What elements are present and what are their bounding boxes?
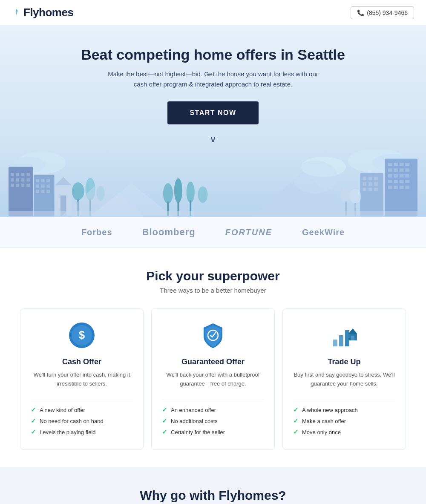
phone-button[interactable]: 📞 (855) 934-9466 (351, 6, 414, 19)
svg-rect-11 (16, 178, 19, 181)
svg-rect-60 (388, 180, 392, 183)
svg-rect-82 (9, 211, 417, 216)
press-bloomberg: Bloomberg (142, 227, 196, 238)
svg-rect-59 (405, 174, 409, 178)
trade-up-title: Trade Up (293, 357, 395, 366)
start-now-button[interactable]: START NOW (167, 101, 258, 124)
svg-rect-70 (368, 177, 372, 181)
press-section: Forbes Bloomberg FORTUNE GeekWire (0, 217, 426, 248)
svg-text:$: $ (79, 328, 85, 341)
check-icon: ✓ (162, 428, 167, 436)
svg-rect-14 (11, 184, 14, 187)
trade-up-feature-1: ✓ A whole new approach (293, 406, 395, 414)
cards-container: $ Cash Offer We'll turn your offer into … (13, 308, 413, 450)
svg-marker-91 (348, 328, 357, 334)
svg-rect-49 (394, 163, 398, 166)
svg-rect-26 (41, 190, 45, 193)
svg-rect-61 (394, 180, 398, 183)
check-icon: ✓ (293, 406, 299, 414)
superpower-title: Pick your superpower (13, 269, 413, 283)
svg-rect-67 (405, 186, 409, 189)
svg-point-38 (163, 183, 173, 204)
cash-offer-icon: $ (67, 321, 96, 350)
cash-offer-feature-3: ✓ Levels the playing field (31, 428, 133, 436)
svg-rect-19 (36, 179, 39, 182)
superpower-section: Pick your superpower Three ways to be a … (0, 248, 426, 467)
city-illustration (9, 149, 417, 217)
navbar: Flyhomes 📞 (855) 934-9466 (0, 0, 426, 25)
svg-rect-71 (374, 177, 378, 181)
svg-rect-7 (16, 173, 19, 176)
svg-rect-17 (26, 184, 30, 187)
city-svg (9, 149, 417, 217)
svg-rect-74 (374, 182, 378, 186)
press-geekwire: GeekWire (302, 228, 345, 237)
svg-rect-62 (400, 180, 404, 183)
trade-up-feature-3: ✓ Move only once (293, 428, 395, 436)
check-icon: ✓ (31, 417, 36, 425)
svg-rect-6 (11, 173, 14, 176)
hero-subtitle: Make the best—not highest—bid. Get the h… (106, 69, 320, 89)
svg-rect-27 (46, 190, 50, 193)
guaranteed-feature-1: ✓ An enhanced offer (162, 406, 264, 414)
svg-point-42 (187, 181, 195, 203)
check-icon: ✓ (293, 417, 299, 425)
svg-rect-22 (36, 184, 39, 188)
guaranteed-offer-desc: We'll back your offer with a bulletproof… (162, 371, 264, 392)
trade-up-desc: Buy first and say goodbye to stress. We'… (293, 371, 395, 392)
phone-number: (855) 934-9466 (367, 9, 408, 16)
phone-icon: 📞 (357, 9, 364, 16)
svg-rect-58 (400, 174, 404, 178)
check-icon: ✓ (31, 406, 36, 414)
svg-rect-8 (21, 173, 25, 176)
check-icon: ✓ (31, 428, 36, 436)
trade-up-feature-2: ✓ Make a cash offer (293, 417, 395, 425)
hero-section: Beat competing home offers in Seattle Ma… (0, 25, 426, 217)
svg-point-80 (350, 189, 361, 204)
svg-rect-9 (26, 173, 30, 176)
cash-offer-title: Cash Offer (31, 357, 133, 366)
svg-rect-92 (351, 336, 354, 340)
svg-rect-72 (363, 182, 366, 186)
svg-rect-25 (36, 190, 39, 193)
scroll-down-icon: ∨ (9, 134, 417, 145)
svg-rect-57 (394, 174, 398, 178)
check-icon: ✓ (162, 417, 167, 425)
svg-rect-24 (46, 184, 50, 188)
svg-rect-56 (388, 174, 392, 178)
svg-rect-88 (339, 335, 343, 346)
svg-point-46 (293, 161, 338, 193)
svg-rect-10 (11, 178, 14, 181)
svg-rect-16 (21, 184, 25, 187)
svg-rect-23 (41, 184, 45, 188)
svg-rect-55 (405, 168, 409, 172)
svg-rect-77 (374, 188, 378, 191)
cash-offer-desc: We'll turn your offer into cash, making … (31, 371, 133, 392)
svg-rect-15 (16, 184, 19, 187)
press-forbes: Forbes (81, 228, 112, 237)
cash-offer-feature-2: ✓ No need for cash on hand (31, 417, 133, 425)
svg-point-44 (198, 187, 207, 203)
superpower-subtitle: Three ways to be a better homebuyer (13, 287, 413, 294)
svg-point-40 (174, 178, 182, 203)
cash-offer-feature-1: ✓ A new kind of offer (31, 406, 133, 414)
svg-rect-48 (388, 163, 392, 166)
logo-text: Flyhomes (23, 6, 73, 19)
svg-rect-50 (400, 163, 404, 166)
svg-rect-64 (388, 186, 392, 189)
check-icon: ✓ (293, 428, 299, 436)
svg-rect-75 (363, 188, 366, 191)
svg-rect-69 (363, 177, 366, 181)
logo[interactable]: Flyhomes (12, 6, 73, 19)
card-trade-up: Trade Up Buy first and say goodbye to st… (282, 308, 406, 450)
check-icon: ✓ (162, 406, 167, 414)
svg-rect-21 (46, 179, 50, 182)
hero-title: Beat competing home offers in Seattle (9, 46, 417, 63)
svg-rect-52 (388, 168, 392, 172)
svg-rect-12 (21, 178, 25, 181)
svg-rect-76 (368, 188, 372, 191)
card-cash-offer: $ Cash Offer We'll turn your offer into … (20, 308, 144, 450)
guaranteed-feature-3: ✓ Certainty for the seller (162, 428, 264, 436)
why-title: Why go with Flyhomes? (13, 488, 413, 503)
svg-rect-13 (26, 178, 30, 181)
